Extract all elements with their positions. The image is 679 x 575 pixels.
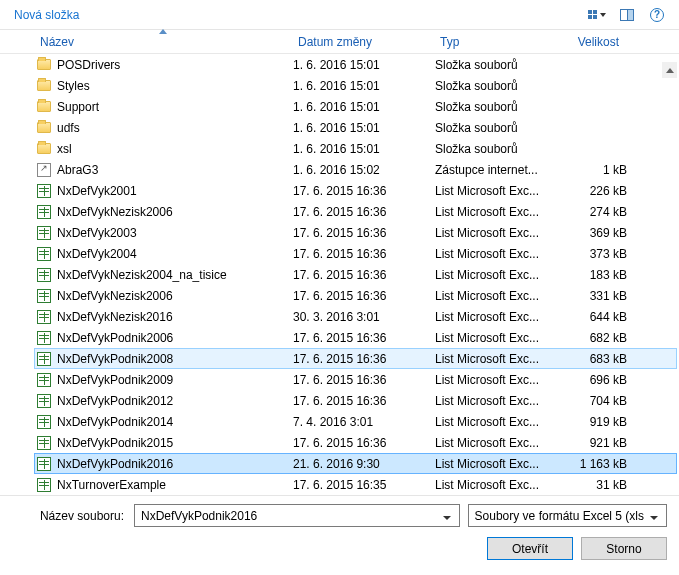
file-row[interactable]: NxDefVykNezisk201630. 3. 2016 3:01List M… bbox=[34, 306, 677, 327]
open-button[interactable]: Otevřít bbox=[487, 537, 573, 560]
file-row[interactable]: NxDefVykPodnik201217. 6. 2015 16:36List … bbox=[34, 390, 677, 411]
toolbar: Nová složka ? bbox=[0, 0, 679, 30]
file-row[interactable]: Support1. 6. 2016 15:01Složka souborů bbox=[34, 96, 677, 117]
file-size: 183 kB bbox=[565, 268, 627, 282]
folder-icon bbox=[37, 59, 51, 70]
file-date: 1. 6. 2016 15:01 bbox=[293, 100, 435, 114]
help-button[interactable]: ? bbox=[643, 4, 671, 26]
file-row[interactable]: NxDefVykNezisk200617. 6. 2015 16:36List … bbox=[34, 201, 677, 222]
file-row[interactable]: NxDefVykPodnik200617. 6. 2015 16:36List … bbox=[34, 327, 677, 348]
file-date: 17. 6. 2015 16:36 bbox=[293, 331, 435, 345]
file-row[interactable]: NxDefVykPodnik200817. 6. 2015 16:36List … bbox=[34, 348, 677, 369]
excel-file-icon bbox=[37, 205, 51, 219]
file-date: 1. 6. 2016 15:01 bbox=[293, 58, 435, 72]
file-row[interactable]: NxDefVykPodnik200917. 6. 2015 16:36List … bbox=[34, 369, 677, 390]
file-row[interactable]: NxDefVykPodnik201517. 6. 2015 16:36List … bbox=[34, 432, 677, 453]
excel-file-icon bbox=[37, 478, 51, 492]
file-row[interactable]: NxDefVykNezisk2004_na_tisice17. 6. 2015 … bbox=[34, 264, 677, 285]
file-name: NxDefVykNezisk2006 bbox=[57, 205, 293, 219]
file-size: 704 kB bbox=[565, 394, 627, 408]
file-icon-cell bbox=[35, 330, 53, 346]
file-icon-cell bbox=[35, 288, 53, 304]
chevron-down-icon[interactable] bbox=[646, 509, 662, 523]
file-icon-cell bbox=[35, 267, 53, 283]
file-icon-cell bbox=[35, 78, 53, 94]
filename-label: Název souboru: bbox=[12, 509, 134, 523]
file-type: List Microsoft Exc... bbox=[435, 310, 565, 324]
file-row[interactable]: AbraG31. 6. 2016 15:02Zástupce internet.… bbox=[34, 159, 677, 180]
folder-icon bbox=[37, 80, 51, 91]
file-row[interactable]: NxDefVyk200417. 6. 2015 16:36List Micros… bbox=[34, 243, 677, 264]
file-name: Support bbox=[57, 100, 293, 114]
file-row[interactable]: NxDefVyk200317. 6. 2015 16:36List Micros… bbox=[34, 222, 677, 243]
file-size: 1 kB bbox=[565, 163, 627, 177]
file-type: List Microsoft Exc... bbox=[435, 184, 565, 198]
file-size: 331 kB bbox=[565, 289, 627, 303]
file-date: 17. 6. 2015 16:36 bbox=[293, 205, 435, 219]
column-header-type[interactable]: Typ bbox=[434, 30, 564, 53]
chevron-down-icon[interactable] bbox=[439, 509, 455, 523]
file-row[interactable]: NxDefVykPodnik201621. 6. 2016 9:30List M… bbox=[34, 453, 677, 474]
file-type: List Microsoft Exc... bbox=[435, 457, 565, 471]
file-row[interactable]: NxDefVykPodnik20147. 4. 2016 3:01List Mi… bbox=[34, 411, 677, 432]
excel-file-icon bbox=[37, 289, 51, 303]
file-row[interactable]: POSDrivers1. 6. 2016 15:01Složka souborů bbox=[34, 54, 677, 75]
file-type: List Microsoft Exc... bbox=[435, 247, 565, 261]
filename-combo[interactable] bbox=[134, 504, 460, 527]
file-date: 1. 6. 2016 15:01 bbox=[293, 142, 435, 156]
excel-file-icon bbox=[37, 226, 51, 240]
cancel-button[interactable]: Storno bbox=[581, 537, 667, 560]
file-icon-cell bbox=[35, 351, 53, 367]
file-size: 373 kB bbox=[565, 247, 627, 261]
file-type: List Microsoft Exc... bbox=[435, 331, 565, 345]
file-type: Složka souborů bbox=[435, 58, 565, 72]
file-name: NxDefVykPodnik2014 bbox=[57, 415, 293, 429]
excel-file-icon bbox=[37, 415, 51, 429]
view-mode-button[interactable] bbox=[583, 4, 611, 26]
file-name: NxDefVyk2003 bbox=[57, 226, 293, 240]
column-header-size[interactable]: Velikost bbox=[564, 30, 626, 53]
file-size: 31 kB bbox=[565, 478, 627, 492]
excel-file-icon bbox=[37, 457, 51, 471]
folder-icon bbox=[37, 143, 51, 154]
grid-icon bbox=[588, 10, 597, 19]
file-icon-cell bbox=[35, 120, 53, 136]
file-name: udfs bbox=[57, 121, 293, 135]
preview-pane-button[interactable] bbox=[613, 4, 641, 26]
file-type: Zástupce internet... bbox=[435, 163, 565, 177]
file-date: 17. 6. 2015 16:35 bbox=[293, 478, 435, 492]
file-name: xsl bbox=[57, 142, 293, 156]
excel-file-icon bbox=[37, 247, 51, 261]
file-name: NxDefVykPodnik2008 bbox=[57, 352, 293, 366]
file-row[interactable]: NxDefVykNezisk200617. 6. 2015 16:36List … bbox=[34, 285, 677, 306]
file-name: NxDefVykNezisk2016 bbox=[57, 310, 293, 324]
column-header-date[interactable]: Datum změny bbox=[292, 30, 434, 53]
file-row[interactable]: NxTurnoverExample17. 6. 2015 16:35List M… bbox=[34, 474, 677, 495]
excel-file-icon bbox=[37, 331, 51, 345]
file-size: 921 kB bbox=[565, 436, 627, 450]
help-icon: ? bbox=[650, 8, 664, 22]
file-type: List Microsoft Exc... bbox=[435, 478, 565, 492]
file-row[interactable]: Styles1. 6. 2016 15:01Složka souborů bbox=[34, 75, 677, 96]
file-icon-cell bbox=[35, 162, 53, 178]
file-icon-cell bbox=[35, 414, 53, 430]
file-date: 17. 6. 2015 16:36 bbox=[293, 394, 435, 408]
column-headers: Název Datum změny Typ Velikost bbox=[0, 30, 679, 54]
file-row[interactable]: xsl1. 6. 2016 15:01Složka souborů bbox=[34, 138, 677, 159]
new-folder-button[interactable]: Nová složka bbox=[8, 4, 85, 26]
excel-file-icon bbox=[37, 184, 51, 198]
file-list[interactable]: POSDrivers1. 6. 2016 15:01Složka souborů… bbox=[0, 54, 679, 495]
file-icon-cell bbox=[35, 204, 53, 220]
file-type: List Microsoft Exc... bbox=[435, 289, 565, 303]
file-type: List Microsoft Exc... bbox=[435, 394, 565, 408]
file-row[interactable]: udfs1. 6. 2016 15:01Složka souborů bbox=[34, 117, 677, 138]
file-name: NxDefVykPodnik2006 bbox=[57, 331, 293, 345]
file-date: 21. 6. 2016 9:30 bbox=[293, 457, 435, 471]
filetype-combo[interactable]: Soubory ve formátu Excel 5 (xls bbox=[468, 504, 667, 527]
file-date: 1. 6. 2016 15:02 bbox=[293, 163, 435, 177]
filename-input[interactable] bbox=[139, 509, 439, 523]
file-row[interactable]: NxDefVyk200117. 6. 2015 16:36List Micros… bbox=[34, 180, 677, 201]
file-name: POSDrivers bbox=[57, 58, 293, 72]
column-header-name[interactable]: Název bbox=[34, 30, 292, 53]
file-name: NxDefVykPodnik2016 bbox=[57, 457, 293, 471]
